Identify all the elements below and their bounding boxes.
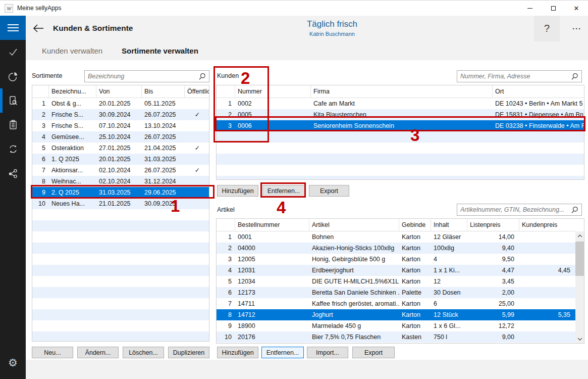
col-header-kundenpreis[interactable]: Kundenpreis <box>519 219 575 231</box>
artikel-row[interactable]: 3 12005 Honig, Gebirgsblüte 500 g Karton… <box>217 254 575 265</box>
settings-gear-icon: ⚙ <box>8 358 18 368</box>
cell-inhalt: 12 Stück <box>431 309 467 320</box>
sortiment-row[interactable]: 3 Frische S... 07.10.2024 13.10.2024 <box>32 120 209 131</box>
sidebar-item-share[interactable] <box>0 161 26 185</box>
vertical-scrollbar[interactable] <box>575 231 584 343</box>
client-block[interactable]: Täglich frisch Katrin Buschmann <box>261 19 403 37</box>
scroll-down-button[interactable] <box>575 335 584 343</box>
tab-kunden-verwalten[interactable]: Kunden verwalten <box>42 46 102 55</box>
artikel-row[interactable]: 2 04000 Akazien-Honig-Sticks 100x8g Kart… <box>217 243 575 254</box>
cell-index: 8 <box>32 176 49 187</box>
back-button[interactable] <box>32 23 45 34</box>
scroll-up-button[interactable] <box>575 231 584 240</box>
more-button[interactable]: ··· <box>565 16 588 41</box>
sortiment-row[interactable]: 5 Osteraktion 27.01.2025 21.04.2025 ✓ <box>32 143 209 154</box>
sidebar-item-sync[interactable] <box>0 137 26 161</box>
col-header-oeffentlich[interactable]: Öffentlich <box>185 85 209 98</box>
sidebar-item-statistics[interactable] <box>0 64 26 88</box>
cell-nummer: 0006 <box>235 120 311 131</box>
kunden-export-button[interactable]: Export <box>309 185 349 197</box>
scrollbar-thumb[interactable] <box>575 242 584 276</box>
artikel-row[interactable]: 10 20176 Bier 7,5% 0,75 Flaschen Kasten … <box>217 331 575 343</box>
duplizieren-button[interactable]: Duplizieren <box>168 347 209 358</box>
sortiment-row[interactable]: 10 Neues Ha... 21.01.2025 30.09.2025 <box>32 198 209 209</box>
col-header-gebinde[interactable]: Gebinde <box>399 219 431 231</box>
cell-index: 3 <box>217 120 235 131</box>
sortiment-row[interactable]: 6 1. Q 2025 20.01.2025 31.03.2025 <box>32 154 209 165</box>
artikel-row[interactable]: 1 0001 Bohnen Karton 12 Gläser 14,00 <box>217 231 575 243</box>
minimize-button[interactable] <box>518 1 542 16</box>
col-header-firma[interactable]: Firma <box>311 85 493 98</box>
cell-listenpreis: 3,45 <box>467 276 519 287</box>
loeschen-button[interactable]: Löschen... <box>123 347 164 358</box>
col-header-artikel[interactable]: Artikel <box>309 219 399 231</box>
cell-von: 21.01.2025 <box>96 198 142 209</box>
sortiment-row[interactable]: 9 2. Q 2025 31.03.2025 29.06.2025 <box>32 187 209 198</box>
kunde-row[interactable]: 1 0002 Cafe am Markt DE 10243 • Berlin •… <box>217 98 584 109</box>
artikel-row[interactable]: 4 12031 Erdbeerjoghurt Karton 1 x 1 Ki..… <box>217 265 575 276</box>
cell-index: 10 <box>217 331 235 343</box>
sortiment-row[interactable]: 4 Gemüsee... 25.10.2024 26.07.2025 <box>32 131 209 143</box>
cell-bestellnummer: 18900 <box>235 320 309 331</box>
help-button[interactable]: ? <box>534 16 560 41</box>
sidebar-item-kunden-sortimente[interactable] <box>0 88 26 113</box>
kunden-table: Nummer Firma Ort 1 0002 Cafe am Markt DE… <box>216 85 584 180</box>
artikel-row[interactable]: 5 12034 DIE GUTE H-MILCH1,5%6X1L ... Kar… <box>217 276 575 287</box>
cell-gebinde: Karton <box>399 243 431 254</box>
col-header-ort[interactable]: Ort <box>493 85 584 98</box>
artikel-export-button[interactable]: Export <box>352 347 395 358</box>
cell-artikel: Bohnen <box>309 231 399 243</box>
maximize-button[interactable] <box>542 1 565 16</box>
col-header-index <box>217 85 235 98</box>
cell-listenpreis: 5,99 <box>467 309 519 320</box>
artikel-row[interactable]: 9 18900 Marmelade 450 g Karton 1 x 6 Gl.… <box>217 320 575 331</box>
cell-listenpreis: 9,40 <box>467 243 519 254</box>
artikel-row[interactable]: 7 14711 Kaffee frisch geröstet, aromati.… <box>217 298 575 309</box>
col-header-bezeichnung[interactable]: Bezeichnu... <box>49 85 96 98</box>
neu-button[interactable]: Neu... <box>32 347 73 358</box>
sortiment-row[interactable]: 8 Weihnac... 02.10.2024 31.12.2024 <box>32 176 209 187</box>
menu-button[interactable] <box>0 16 26 40</box>
sortimente-search-input[interactable] <box>85 71 198 81</box>
kunde-row[interactable]: 3 0006 Seniorenheim Sonnenschein DE 0323… <box>217 120 584 131</box>
cell-von: 20.01.2025 <box>96 154 142 165</box>
cell-oeffentlich-check <box>185 187 209 198</box>
artikel-import-button[interactable]: Import... <box>307 347 348 358</box>
artikel-hinzufuegen-button[interactable]: Hinzufügen <box>217 347 258 358</box>
cell-ort: DE 15831 • Diepensee • Am Bruch 120 <box>493 109 584 120</box>
kunde-row[interactable]: 2 0005 Kita Blausternchen DE 15831 • Die… <box>217 109 584 120</box>
cell-firma: Cafe am Markt <box>311 98 493 109</box>
cell-index: 1 <box>32 98 49 109</box>
sortiment-row[interactable]: 1 Obst & g... 20.01.2025 05.11.2025 <box>32 98 209 109</box>
col-header-listenpreis[interactable]: Listenpreis <box>467 219 519 231</box>
sortiment-row[interactable]: 2 Frische S... 30.09.2024 26.07.2025 ✓ <box>32 109 209 120</box>
col-header-bestellnummer[interactable]: Bestellnummer <box>235 219 309 231</box>
col-header-nummer[interactable]: Nummer <box>235 85 311 98</box>
close-button[interactable]: ✕ <box>565 1 588 16</box>
sortiment-row[interactable]: 7 Aktionsar... 02.10.2024 26.07.2025 ✓ <box>32 165 209 176</box>
cell-nummer: 0005 <box>235 109 311 120</box>
col-header-inhalt[interactable]: Inhalt <box>431 219 467 231</box>
sidebar-item-tasks[interactable] <box>0 40 26 64</box>
app-title: Meine sellyApps <box>17 5 61 12</box>
cell-kundenpreis <box>519 231 575 243</box>
artikel-row[interactable]: 8 14712 Joghurt Karton 12 Stück 5,99 5,3… <box>217 309 575 320</box>
col-header-von[interactable]: Von <box>96 85 142 98</box>
app-window: w Meine sellyApps ✕ <box>0 0 588 379</box>
sidebar-item-orders[interactable] <box>0 113 26 137</box>
cell-bestellnummer: 0001 <box>235 231 309 243</box>
aendern-button[interactable]: Ändern... <box>77 347 119 358</box>
settings-button[interactable]: ⚙ <box>0 351 26 375</box>
kunden-search-input[interactable] <box>457 71 571 81</box>
kunden-entfernen-button[interactable]: Entfernen... <box>262 185 305 197</box>
tab-sortimente-verwalten[interactable]: Sortimente verwalten <box>122 46 198 55</box>
kunden-hinzufuegen-button[interactable]: Hinzufügen <box>217 185 258 197</box>
cell-bezeichnung: 1. Q 2025 <box>49 154 96 165</box>
cell-oeffentlich-check <box>185 154 209 165</box>
col-header-bis[interactable]: Bis <box>142 85 185 98</box>
artikel-search <box>457 204 582 216</box>
artikel-search-input[interactable] <box>457 205 571 215</box>
cell-gebinde: Karton <box>399 265 431 276</box>
artikel-row[interactable]: 6 12173 Beretta San Daniele Schinken ...… <box>217 287 575 298</box>
artikel-entfernen-button[interactable]: Entfernen... <box>261 347 304 358</box>
